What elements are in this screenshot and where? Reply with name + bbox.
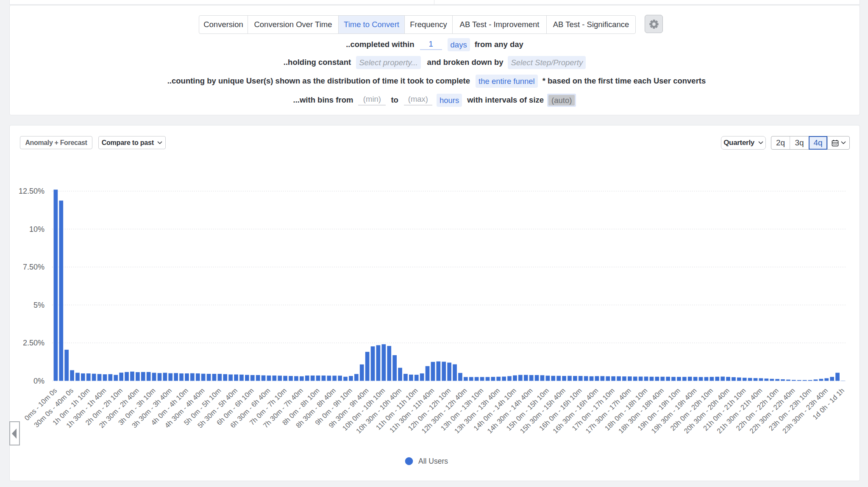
- svg-text:0%: 0%: [33, 377, 45, 385]
- svg-text:All Users: All Users: [418, 457, 448, 465]
- svg-text:2.50%: 2.50%: [23, 339, 45, 347]
- svg-text:5%: 5%: [33, 301, 45, 309]
- svg-text:12.50%: 12.50%: [19, 187, 45, 195]
- svg-text:7.50%: 7.50%: [23, 263, 45, 271]
- svg-text:10%: 10%: [29, 225, 45, 234]
